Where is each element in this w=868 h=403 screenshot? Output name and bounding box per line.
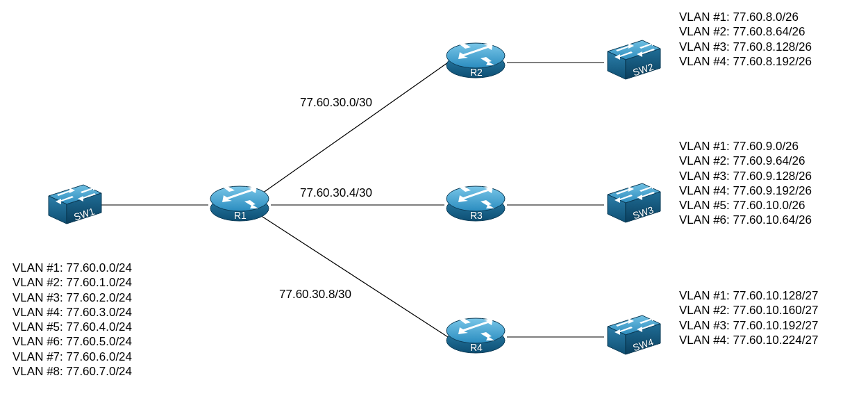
link-label-r1-r4: 77.60.30.8/30 (279, 287, 351, 302)
vlan-line: VLAN #7: 77.60.6.0/24 (12, 349, 132, 364)
vlan-line: VLAN #1: 77.60.10.128/27 (679, 288, 818, 303)
router-r2: R2 (444, 36, 507, 85)
vlan-line: VLAN #2: 77.60.9.64/26 (679, 154, 812, 168)
vlan-line: VLAN #3: 77.60.9.128/26 (679, 169, 812, 183)
vlan-line: VLAN #6: 77.60.5.0/24 (12, 334, 132, 349)
switch-sw1: SW1 (42, 181, 104, 229)
vlan-line: VLAN #1: 77.60.0.0/24 (12, 261, 132, 275)
switch-sw3: SW3 (601, 179, 663, 228)
vlan-line: VLAN #4: 77.60.9.192/26 (679, 183, 812, 198)
vlan-line: VLAN #2: 77.60.1.0/24 (12, 275, 132, 290)
vlan-line: VLAN #8: 77.60.7.0/24 (12, 364, 132, 379)
vlan-line: VLAN #4: 77.60.8.192/26 (679, 54, 812, 69)
vlan-line: VLAN #1: 77.60.8.0/26 (679, 10, 812, 24)
switch-sw4: SW4 (601, 311, 663, 360)
vlan-list-sw2: VLAN #1: 77.60.8.0/26 VLAN #2: 77.60.8.6… (679, 10, 812, 69)
router-r1: R1 (208, 179, 271, 228)
svg-line-1 (260, 63, 448, 195)
router-r4: R4 (444, 311, 507, 360)
vlan-line: VLAN #6: 77.60.10.64/26 (679, 213, 812, 227)
vlan-line: VLAN #5: 77.60.4.0/24 (12, 320, 132, 334)
vlan-list-sw3: VLAN #1: 77.60.9.0/26 VLAN #2: 77.60.9.6… (679, 139, 812, 228)
vlan-line: VLAN #4: 77.60.10.224/27 (679, 333, 818, 347)
router-r3: R3 (444, 179, 507, 228)
vlan-list-sw1: VLAN #1: 77.60.0.0/24 VLAN #2: 77.60.1.0… (12, 261, 132, 379)
vlan-line: VLAN #2: 77.60.10.160/27 (679, 303, 818, 318)
vlan-line: VLAN #3: 77.60.10.192/27 (679, 318, 818, 333)
vlan-line: VLAN #2: 77.60.8.64/26 (679, 24, 812, 39)
vlan-line: VLAN #1: 77.60.9.0/26 (679, 139, 812, 154)
network-diagram: SW1 R1 R2 R3 R4 SW2 SW3 SW4 77.60.30.0/3… (0, 0, 868, 403)
vlan-list-sw4: VLAN #1: 77.60.10.128/27 VLAN #2: 77.60.… (679, 288, 818, 347)
vlan-line: VLAN #4: 77.60.3.0/24 (12, 305, 132, 320)
link-label-r1-r3: 77.60.30.4/30 (300, 186, 372, 200)
vlan-line: VLAN #3: 77.60.2.0/24 (12, 290, 132, 305)
switch-sw2: SW2 (601, 36, 663, 85)
vlan-line: VLAN #5: 77.60.10.0/26 (679, 198, 812, 213)
link-label-r1-r2: 77.60.30.0/30 (300, 95, 372, 110)
vlan-line: VLAN #3: 77.60.8.128/26 (679, 40, 812, 54)
svg-line-3 (260, 215, 448, 337)
